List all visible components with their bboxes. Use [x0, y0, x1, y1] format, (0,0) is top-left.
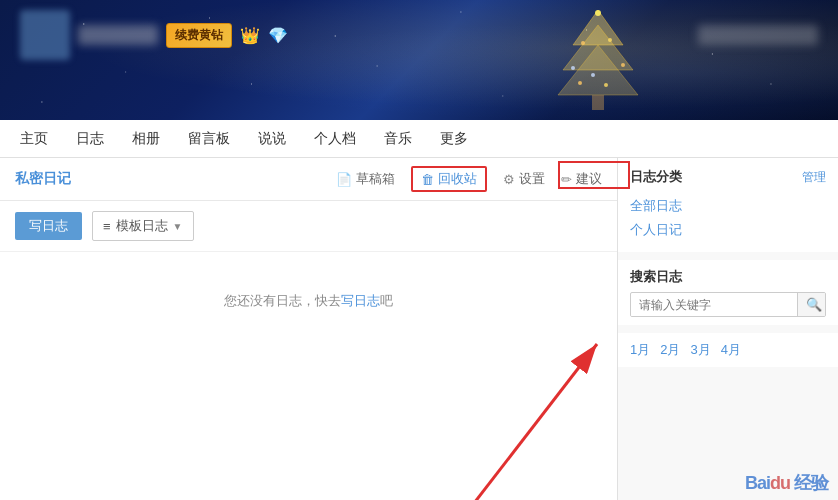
- search-input[interactable]: [631, 294, 797, 316]
- month-2[interactable]: 2月: [660, 341, 680, 359]
- search-label: 搜索日志: [630, 268, 826, 286]
- avatar: [20, 10, 70, 60]
- draft-action[interactable]: 📄 草稿箱: [336, 170, 395, 188]
- baidu-text: Bai: [745, 473, 770, 493]
- gem-icon: 💎: [268, 26, 288, 45]
- template-label: 模板日志: [116, 217, 168, 235]
- settings-label: 设置: [519, 170, 545, 188]
- baidu-watermark: Baidu 经验: [745, 471, 828, 495]
- nav-status[interactable]: 说说: [258, 122, 286, 156]
- template-list-icon: ≡: [103, 219, 111, 234]
- write-bar: 写日志 ≡ 模板日志 ▼: [0, 201, 617, 252]
- search-section: 搜索日志 🔍: [618, 260, 838, 325]
- month-3[interactable]: 3月: [690, 341, 710, 359]
- svg-rect-3: [592, 95, 604, 110]
- baidu-jingyan: 经验: [794, 473, 828, 493]
- suggest-action[interactable]: ✏ 建议: [561, 170, 602, 188]
- month-1[interactable]: 1月: [630, 341, 650, 359]
- svg-point-10: [604, 83, 608, 87]
- nav-music[interactable]: 音乐: [384, 122, 412, 156]
- nav-more[interactable]: 更多: [440, 122, 468, 156]
- empty-suffix: 吧: [380, 293, 393, 308]
- left-content: 私密日记 📄 草稿箱 🗑 回收站 ⚙ 设置 ✏ 建议: [0, 158, 618, 500]
- search-box: 🔍: [630, 292, 826, 317]
- recycle-label: 回收站: [438, 170, 477, 188]
- nav-diary[interactable]: 日志: [76, 122, 104, 156]
- template-diary-button[interactable]: ≡ 模板日志 ▼: [92, 211, 194, 241]
- baidu-text-red: du: [770, 473, 790, 493]
- nav-home[interactable]: 主页: [20, 122, 48, 156]
- diary-header: 私密日记 📄 草稿箱 🗑 回收站 ⚙ 设置 ✏ 建议: [0, 158, 617, 201]
- right-sidebar: 日志分类 管理 全部日志 个人日记 搜索日志 🔍 1月 2月 3月 4月: [618, 158, 838, 500]
- manage-link[interactable]: 管理: [802, 169, 826, 186]
- recycle-action[interactable]: 🗑 回收站: [411, 166, 487, 192]
- settings-action[interactable]: ⚙ 设置: [503, 170, 545, 188]
- user-bar: 续费黄钻 👑 💎: [0, 10, 838, 60]
- write-diary-button[interactable]: 写日志: [15, 212, 82, 240]
- month-4[interactable]: 4月: [721, 341, 741, 359]
- main-area: 私密日记 📄 草稿箱 🗑 回收站 ⚙ 设置 ✏ 建议: [0, 158, 838, 500]
- settings-icon: ⚙: [503, 172, 515, 187]
- category-label: 日志分类: [630, 168, 682, 186]
- suggest-label: 建议: [576, 170, 602, 188]
- write-diary-link[interactable]: 写日志: [341, 293, 380, 308]
- svg-point-11: [578, 81, 582, 85]
- vip-crown-icon: 👑: [240, 26, 260, 45]
- category-section-title: 日志分类 管理: [630, 168, 826, 186]
- search-button[interactable]: 🔍: [797, 293, 826, 316]
- right-header-placeholder: [698, 25, 818, 45]
- recycle-icon: 🗑: [421, 172, 434, 187]
- category-section: 日志分类 管理 全部日志 个人日记: [618, 158, 838, 252]
- personal-diary-link[interactable]: 个人日记: [630, 218, 826, 242]
- draft-icon: 📄: [336, 172, 352, 187]
- nav-guestbook[interactable]: 留言板: [188, 122, 230, 156]
- username-placeholder: [78, 25, 158, 45]
- vip-button[interactable]: 续费黄钻: [166, 23, 232, 48]
- suggest-icon: ✏: [561, 172, 572, 187]
- nav-profile[interactable]: 个人档: [314, 122, 356, 156]
- calendar-section: 1月 2月 3月 4月: [618, 333, 838, 367]
- empty-message: 您还没有日志，快去: [224, 293, 341, 308]
- svg-point-7: [571, 66, 575, 70]
- nav-bar: 主页 日志 相册 留言板 说说 个人档 音乐 更多: [0, 120, 838, 158]
- draft-label: 草稿箱: [356, 170, 395, 188]
- nav-album[interactable]: 相册: [132, 122, 160, 156]
- svg-point-8: [621, 63, 625, 67]
- diary-section-title: 私密日记: [15, 170, 71, 188]
- month-row: 1月 2月 3月 4月: [630, 341, 826, 359]
- diary-actions: 📄 草稿箱 🗑 回收站 ⚙ 设置 ✏ 建议: [336, 166, 602, 192]
- all-diary-link[interactable]: 全部日志: [630, 194, 826, 218]
- svg-point-9: [591, 73, 595, 77]
- empty-state: 您还没有日志，快去写日志吧: [0, 252, 617, 350]
- header-banner: 续费黄钻 👑 💎: [0, 0, 838, 120]
- dropdown-arrow-icon: ▼: [173, 221, 183, 232]
